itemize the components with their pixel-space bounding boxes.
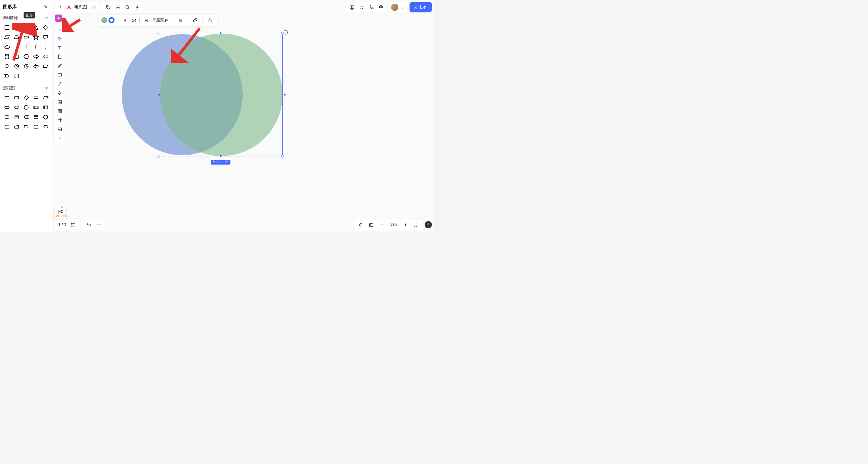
search-button[interactable]: [123, 3, 132, 11]
shape-trapezoid[interactable]: [12, 33, 21, 42]
resize-handle-b[interactable]: [220, 155, 221, 157]
present-button[interactable]: [347, 3, 356, 11]
text-color-button[interactable]: [121, 16, 129, 25]
resize-handle-l[interactable]: [158, 94, 160, 95]
shape-target[interactable]: [12, 62, 21, 71]
shape-brackets-both[interactable]: [12, 71, 21, 81]
ai-button[interactable]: AI: [55, 14, 62, 22]
chart-tool[interactable]: [56, 98, 63, 106]
collab-button[interactable]: 协作: [409, 2, 432, 12]
venn-circle-left[interactable]: [122, 34, 243, 155]
extension-button[interactable]: [377, 3, 385, 11]
stroke-color-swatch[interactable]: [108, 17, 115, 23]
shape-hexagon[interactable]: [22, 52, 31, 61]
eraser-tool[interactable]: [56, 89, 63, 97]
lock-button[interactable]: [206, 16, 214, 25]
fc-flag[interactable]: [31, 93, 40, 102]
fc-internal[interactable]: [31, 113, 40, 122]
canvas[interactable]: 977 × 972: [52, 0, 434, 232]
frame-tool[interactable]: [56, 116, 63, 124]
shape-bracket-left[interactable]: [12, 42, 21, 51]
shape-speech[interactable]: [41, 33, 50, 42]
pan-button[interactable]: [358, 221, 365, 228]
fc-display[interactable]: [41, 122, 50, 131]
fc-delay[interactable]: [22, 122, 31, 131]
document-title[interactable]: 韦恩图: [73, 4, 88, 10]
shape-bracket-right[interactable]: [22, 42, 31, 51]
shape-arrow-left[interactable]: [31, 62, 40, 71]
shape-chevron[interactable]: [2, 71, 11, 81]
shape-diamond[interactable]: [41, 23, 50, 32]
back-button[interactable]: [56, 3, 65, 11]
font-size-control[interactable]: ▲ ▼: [130, 18, 141, 23]
fc-ellipse[interactable]: [12, 103, 21, 112]
fc-loop[interactable]: [31, 122, 40, 131]
shape-circle[interactable]: [22, 23, 31, 32]
link-button[interactable]: [191, 16, 199, 25]
align-button[interactable]: [176, 16, 185, 25]
call-button[interactable]: [367, 3, 375, 11]
shape-triangle[interactable]: [31, 23, 40, 32]
shape-star[interactable]: [31, 33, 40, 42]
shape-square[interactable]: [2, 23, 11, 32]
zoom-out-button[interactable]: [378, 221, 385, 228]
bold-button[interactable]: [142, 16, 151, 25]
resize-handle-r[interactable]: [284, 94, 286, 95]
zoom-level[interactable]: 39%: [389, 223, 399, 227]
fc-process[interactable]: [2, 93, 11, 102]
shape-arrow-both[interactable]: [41, 52, 50, 61]
close-sidebar-button[interactable]: ✕: [42, 4, 49, 10]
help-button[interactable]: ?: [425, 221, 432, 228]
page-indicator[interactable]: 1 / 1: [58, 222, 66, 227]
fill-color-swatch[interactable]: [101, 17, 107, 23]
shape-rounded-square[interactable]: [12, 23, 21, 32]
shape-pill[interactable]: [22, 33, 31, 42]
fc-terminator[interactable]: [2, 103, 11, 112]
resize-handle-tr[interactable]: [281, 32, 284, 34]
shape-tag[interactable]: [41, 62, 50, 71]
shape-arc[interactable]: [22, 62, 31, 71]
rectangle-tool[interactable]: [56, 71, 63, 79]
font-size-down[interactable]: ▼: [138, 20, 141, 23]
fc-stored-data[interactable]: [22, 113, 31, 122]
fc-internal-storage[interactable]: [41, 103, 50, 112]
page-list-button[interactable]: [69, 221, 76, 228]
resize-handle-tl[interactable]: [157, 32, 160, 34]
code-tool[interactable]: [56, 125, 63, 133]
wave-button[interactable]: [357, 3, 366, 11]
line-tool[interactable]: [56, 80, 63, 88]
pen-tool[interactable]: [56, 62, 63, 69]
fc-predefined[interactable]: [31, 103, 40, 112]
table-tool[interactable]: [56, 107, 63, 115]
fc-decision[interactable]: [22, 93, 31, 102]
undo-button[interactable]: [85, 221, 92, 228]
user-avatar[interactable]: [391, 4, 398, 11]
shape-cloud[interactable]: [2, 42, 11, 51]
resize-handle-t[interactable]: [220, 32, 221, 34]
shape-brace-left[interactable]: [31, 42, 40, 51]
select-tool[interactable]: [56, 34, 63, 42]
shortcut-close-button[interactable]: ✕: [61, 205, 63, 209]
settings-button[interactable]: [114, 3, 122, 11]
section-flowchart[interactable]: 流程图: [2, 84, 49, 92]
font-size-input[interactable]: [130, 18, 138, 23]
fc-manual-input[interactable]: [12, 122, 21, 131]
shortcut-icon[interactable]: [57, 209, 63, 214]
fullscreen-button[interactable]: [412, 221, 419, 228]
redo-button[interactable]: [95, 221, 102, 228]
tag-button[interactable]: [104, 3, 113, 11]
fc-alt-process[interactable]: [2, 113, 11, 122]
collapse-up-icon[interactable]: [56, 25, 63, 33]
resize-handle-bl[interactable]: [157, 155, 160, 157]
fc-data[interactable]: [41, 93, 50, 102]
shape-cylinder[interactable]: [2, 52, 11, 61]
collapse-down-icon[interactable]: [56, 134, 63, 142]
download-button[interactable]: [133, 3, 142, 11]
shape-brace-right[interactable]: [41, 42, 50, 51]
venn-circle-right[interactable]: [160, 34, 283, 156]
resize-handle-br[interactable]: [281, 155, 284, 157]
shape-parallelogram[interactable]: [2, 33, 11, 42]
minimap-button[interactable]: [368, 221, 375, 228]
fc-database[interactable]: [12, 113, 21, 122]
shape-thought[interactable]: [2, 62, 11, 71]
